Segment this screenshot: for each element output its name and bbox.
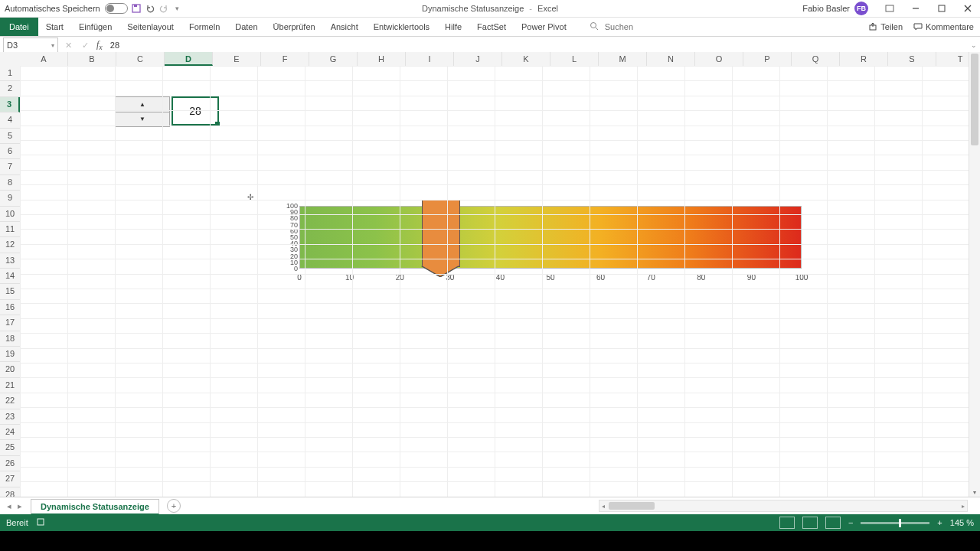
column-header-E[interactable]: E	[213, 52, 261, 66]
tab-insert[interactable]: Einfügen	[71, 18, 119, 36]
column-header-B[interactable]: B	[68, 52, 116, 66]
toggle-track[interactable]	[105, 3, 128, 14]
row-header-25[interactable]: 25	[0, 440, 20, 455]
tab-powerpivot[interactable]: Power Pivot	[514, 18, 574, 36]
row-header-6[interactable]: 6	[0, 144, 20, 159]
row-header-3[interactable]: 3	[0, 97, 20, 112]
tab-formulas[interactable]: Formeln	[181, 18, 227, 36]
row-header-7[interactable]: 7	[0, 159, 20, 174]
enter-icon[interactable]: ✓	[78, 38, 92, 52]
column-header-D[interactable]: D	[165, 52, 213, 66]
column-header-A[interactable]: A	[20, 52, 68, 66]
row-header-26[interactable]: 26	[0, 456, 20, 471]
row-header-13[interactable]: 13	[0, 253, 20, 269]
autosave-toggle[interactable]: Automatisches Speichern	[5, 3, 128, 14]
scroll-left-icon[interactable]: ◂	[599, 503, 607, 510]
horizontal-scrollbar[interactable]: ◂ ▸	[599, 500, 968, 512]
zoom-out-icon[interactable]: −	[848, 518, 853, 527]
maximize-icon[interactable]	[929, 0, 954, 17]
row-header-12[interactable]: 12	[0, 237, 20, 253]
ribbon-display-icon[interactable]	[877, 0, 902, 17]
sheet-tab-active[interactable]: Dynamische Statusanzeige	[31, 499, 159, 515]
zoom-slider[interactable]	[861, 522, 929, 524]
row-header-5[interactable]: 5	[0, 129, 20, 144]
view-normal-icon[interactable]	[779, 517, 795, 529]
zoom-in-icon[interactable]: +	[937, 518, 942, 527]
tab-file[interactable]: Datei	[0, 18, 38, 36]
row-headers[interactable]: 1234567891011121314151617181920212223242…	[0, 66, 21, 497]
column-header-K[interactable]: K	[502, 52, 550, 66]
column-header-C[interactable]: C	[116, 52, 165, 66]
undo-icon[interactable]	[145, 3, 155, 14]
comments-button[interactable]: Kommentare	[913, 22, 974, 31]
zoom-level[interactable]: 145 %	[950, 518, 974, 527]
save-icon[interactable]	[131, 3, 142, 14]
tell-me-search[interactable]	[590, 18, 698, 36]
tab-data[interactable]: Daten	[227, 18, 265, 36]
row-header-22[interactable]: 22	[0, 393, 20, 409]
row-header-16[interactable]: 16	[0, 300, 20, 315]
row-header-10[interactable]: 10	[0, 207, 20, 222]
search-input[interactable]	[603, 21, 698, 32]
row-header-2[interactable]: 2	[0, 81, 20, 96]
column-header-H[interactable]: H	[358, 52, 406, 66]
row-header-19[interactable]: 19	[0, 347, 20, 362]
sheet-nav[interactable]: ◂▸	[0, 501, 29, 511]
hscroll-thumb[interactable]	[609, 502, 655, 510]
macro-record-icon[interactable]	[36, 517, 45, 528]
vertical-scrollbar[interactable]: ▴ ▾	[969, 52, 980, 497]
row-header-24[interactable]: 24	[0, 425, 20, 440]
name-box[interactable]: D3 ▾	[3, 37, 58, 53]
column-header-R[interactable]: R	[840, 52, 888, 66]
tab-review[interactable]: Überprüfen	[266, 18, 323, 36]
row-header-9[interactable]: 9	[0, 191, 20, 206]
column-header-N[interactable]: N	[647, 52, 695, 66]
new-sheet-button[interactable]: +	[167, 499, 181, 513]
row-header-18[interactable]: 18	[0, 331, 20, 347]
select-all-triangle[interactable]	[0, 52, 21, 67]
row-header-23[interactable]: 23	[0, 409, 20, 425]
column-header-M[interactable]: M	[599, 52, 647, 66]
row-header-14[interactable]: 14	[0, 269, 20, 284]
scroll-thumb[interactable]	[971, 54, 978, 145]
tab-view[interactable]: Ansicht	[323, 18, 366, 36]
close-icon[interactable]	[956, 0, 980, 17]
worksheet-grid[interactable]: ABCDEFGHIJKLMNOPQRST 1234567891011121314…	[0, 52, 980, 497]
cancel-icon[interactable]: ✕	[61, 38, 75, 52]
row-header-8[interactable]: 8	[0, 175, 20, 191]
fx-icon[interactable]: fx	[96, 39, 103, 51]
view-pagebreak-icon[interactable]	[825, 517, 841, 529]
row-header-20[interactable]: 20	[0, 362, 20, 377]
column-header-I[interactable]: I	[406, 52, 454, 66]
row-header-17[interactable]: 17	[0, 315, 20, 331]
share-button[interactable]: Teilen	[868, 22, 903, 31]
column-header-P[interactable]: P	[743, 52, 792, 66]
redo-icon[interactable]	[158, 3, 169, 14]
row-header-4[interactable]: 4	[0, 112, 20, 128]
column-header-S[interactable]: S	[888, 52, 936, 66]
tab-factset[interactable]: FactSet	[469, 18, 514, 36]
row-header-1[interactable]: 1	[0, 66, 20, 81]
column-header-J[interactable]: J	[454, 52, 502, 66]
tab-developer[interactable]: Entwicklertools	[366, 18, 437, 36]
minimize-icon[interactable]	[903, 0, 928, 17]
view-pagelayout-icon[interactable]	[802, 517, 818, 529]
qat-customize-icon[interactable]: ▾	[172, 3, 183, 14]
account-button[interactable]: Fabio Basler FB	[802, 2, 868, 15]
column-header-Q[interactable]: Q	[792, 52, 840, 66]
row-header-27[interactable]: 27	[0, 471, 20, 487]
column-header-L[interactable]: L	[550, 52, 599, 66]
tab-start[interactable]: Start	[38, 18, 71, 36]
tab-pagelayout[interactable]: Seitenlayout	[119, 18, 181, 36]
column-header-O[interactable]: O	[695, 52, 743, 66]
row-header-21[interactable]: 21	[0, 378, 20, 393]
formula-input[interactable]: 28	[110, 41, 119, 50]
tab-help[interactable]: Hilfe	[437, 18, 469, 36]
row-header-11[interactable]: 11	[0, 222, 20, 237]
column-header-F[interactable]: F	[261, 52, 309, 66]
column-headers[interactable]: ABCDEFGHIJKLMNOPQRST	[20, 52, 969, 67]
row-header-15[interactable]: 15	[0, 284, 20, 299]
scroll-right-icon[interactable]: ▸	[959, 503, 967, 510]
scroll-down-icon[interactable]: ▾	[969, 487, 980, 497]
expand-formula-bar-icon[interactable]: ⌄	[971, 41, 977, 49]
